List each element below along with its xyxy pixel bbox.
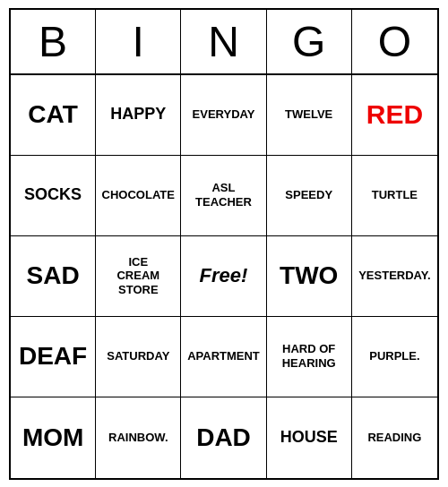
bingo-cell: ICECREAMSTORE (96, 236, 181, 317)
bingo-cell: PURPLE. (352, 317, 437, 397)
cell-text: DAD (196, 423, 251, 453)
bingo-cell: SATURDAY (96, 317, 181, 397)
cell-text: ICECREAMSTORE (116, 255, 159, 297)
cell-text: YESTERDAY. (358, 269, 430, 283)
bingo-cell: SPEEDY (267, 156, 352, 236)
cell-text: SAD (27, 261, 80, 291)
bingo-cell: HOUSE (267, 397, 352, 478)
cell-text: RAINBOW. (108, 431, 168, 445)
cell-text: APARTMENT (187, 349, 260, 363)
bingo-cell: CAT (11, 75, 96, 156)
bingo-cell: SAD (11, 236, 96, 317)
bingo-cell: CHOCOLATE (96, 156, 181, 236)
bingo-cell: TURTLE (352, 156, 437, 236)
cell-text: CAT (28, 99, 77, 130)
bingo-card: BINGO CATHAPPYEVERYDAYTWELVEREDSOCKSCHOC… (9, 8, 439, 480)
bingo-cell: RAINBOW. (96, 397, 181, 478)
header-letter: B (11, 10, 96, 73)
cell-text: EVERYDAY (193, 107, 255, 122)
bingo-cell: DEAF (11, 317, 96, 397)
cell-text: HOUSE (280, 428, 338, 448)
cell-text: CHOCOLATE (102, 188, 175, 202)
cell-text: SOCKS (24, 185, 82, 205)
cell-text: PURPLE. (369, 349, 419, 363)
bingo-cell: RED (352, 75, 437, 156)
bingo-cell: READING (352, 397, 437, 478)
cell-text: MOM (22, 423, 83, 453)
bingo-cell: MOM (11, 397, 96, 478)
cell-text: TWO (280, 261, 338, 291)
bingo-cell: HARD OFHEARING (267, 317, 352, 397)
cell-text: ASLTEACHER (195, 181, 252, 209)
bingo-cell: Free! (181, 236, 266, 317)
cell-text: HAPPY (110, 105, 166, 124)
bingo-cell: TWELVE (267, 75, 352, 156)
bingo-cell: ASLTEACHER (181, 156, 266, 236)
header-letter: N (181, 10, 266, 73)
bingo-header: BINGO (11, 10, 437, 75)
bingo-cell: EVERYDAY (181, 75, 266, 156)
bingo-cell: APARTMENT (181, 317, 266, 397)
bingo-cell: SOCKS (11, 156, 96, 236)
header-letter: O (352, 10, 437, 73)
bingo-grid: CATHAPPYEVERYDAYTWELVEREDSOCKSCHOCOLATEA… (11, 75, 437, 478)
cell-text: RED (366, 98, 423, 131)
cell-text: SATURDAY (107, 349, 169, 363)
cell-text: HARD OFHEARING (282, 342, 336, 370)
cell-text: SPEEDY (285, 188, 332, 202)
bingo-cell: HAPPY (96, 75, 181, 156)
bingo-cell: YESTERDAY. (352, 236, 437, 317)
cell-text: READING (367, 431, 421, 445)
header-letter: G (267, 10, 352, 73)
header-letter: I (96, 10, 181, 73)
cell-text: TWELVE (285, 107, 332, 122)
cell-text: Free! (200, 264, 248, 287)
cell-text: DEAF (19, 341, 87, 372)
bingo-cell: TWO (267, 236, 352, 317)
bingo-cell: DAD (181, 397, 266, 478)
cell-text: TURTLE (372, 188, 418, 202)
